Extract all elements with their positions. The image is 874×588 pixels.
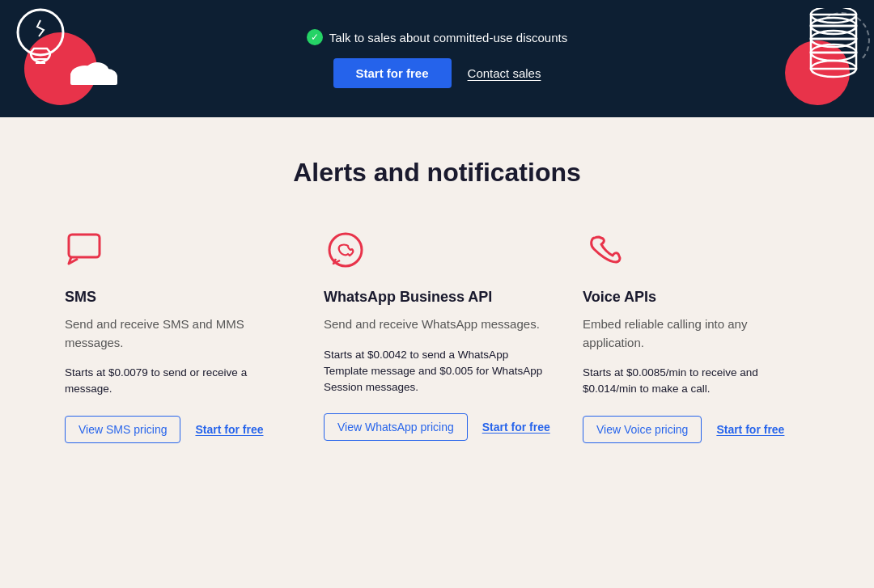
voice-card-icon	[583, 228, 627, 273]
header-banner: ✓ Talk to sales about committed-use disc…	[0, 0, 874, 117]
voice-card-title: Voice APIs	[583, 289, 809, 306]
whatsapp-start-free-button[interactable]: Start for free	[482, 421, 550, 434]
main-content: Alerts and notifications SMS Send and re…	[0, 117, 874, 492]
sms-card-description: Send and receive SMS and MMS messages.	[65, 315, 291, 352]
notice-text: Talk to sales about committed-use discou…	[329, 31, 567, 44]
cards-grid: SMS Send and receive SMS and MMS message…	[65, 228, 809, 443]
svg-rect-6	[70, 75, 117, 85]
voice-card-pricing: Starts at $0.0085/min to receive and $0.…	[583, 365, 809, 398]
whatsapp-card-actions: View WhatsApp pricing Start for free	[324, 413, 550, 441]
cloud-shape	[69, 53, 117, 85]
voice-start-free-button[interactable]: Start for free	[716, 423, 784, 436]
whatsapp-card: WhatsApp Business API Send and receive W…	[324, 228, 550, 443]
voice-card-description: Embed reliable calling into any applicat…	[583, 315, 809, 352]
voice-card: Voice APIs Embed reliable calling into a…	[583, 228, 809, 443]
whatsapp-card-icon	[324, 228, 368, 273]
whatsapp-card-pricing: Starts at $0.0042 to send a WhatsApp Tem…	[324, 347, 550, 396]
banner-notice: ✓ Talk to sales about committed-use disc…	[307, 29, 567, 45]
svg-rect-10	[811, 39, 856, 53]
svg-rect-16	[69, 235, 100, 257]
coins-stack-icon	[805, 8, 862, 81]
deco-right	[745, 0, 874, 117]
banner-buttons: Start for free Contact sales	[333, 58, 541, 88]
check-icon: ✓	[307, 29, 323, 45]
view-whatsapp-pricing-button[interactable]: View WhatsApp pricing	[324, 413, 468, 441]
whatsapp-card-description: Send and receive WhatsApp messages.	[324, 315, 550, 334]
voice-card-actions: View Voice pricing Start for free	[583, 416, 809, 443]
lightbulb-icon	[8, 4, 73, 94]
view-voice-pricing-button[interactable]: View Voice pricing	[583, 416, 702, 443]
contact-sales-button[interactable]: Contact sales	[468, 66, 541, 80]
deco-left	[0, 0, 129, 117]
whatsapp-card-title: WhatsApp Business API	[324, 289, 550, 306]
sms-card-title: SMS	[65, 289, 291, 306]
sms-card-icon	[65, 228, 109, 273]
section-title: Alerts and notifications	[65, 158, 809, 188]
start-free-button[interactable]: Start for free	[333, 58, 452, 88]
sms-card: SMS Send and receive SMS and MMS message…	[65, 228, 291, 443]
view-sms-pricing-button[interactable]: View SMS pricing	[65, 416, 180, 443]
sms-start-free-button[interactable]: Start for free	[195, 423, 263, 436]
sms-card-pricing: Starts at $0.0079 to send or receive a m…	[65, 365, 291, 398]
sms-card-actions: View SMS pricing Start for free	[65, 416, 291, 443]
